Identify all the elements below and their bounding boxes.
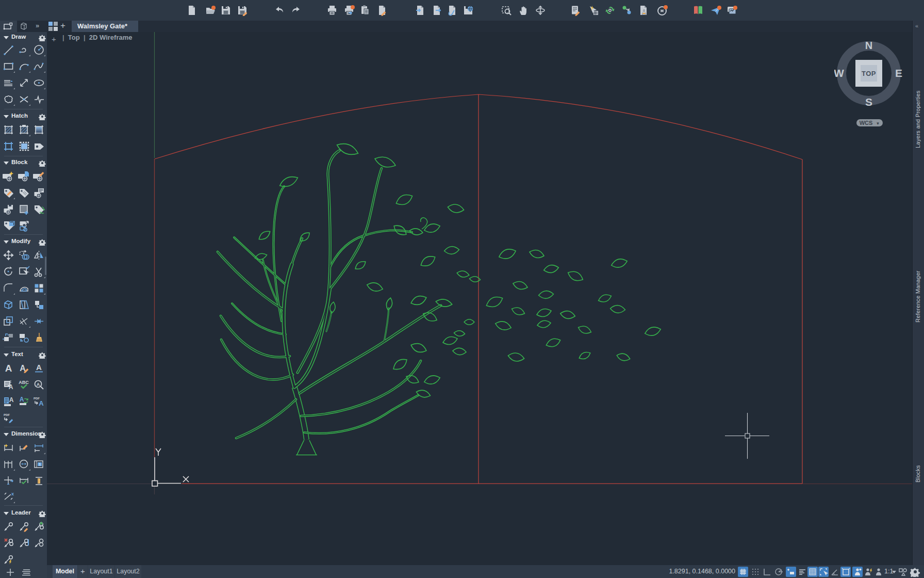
svg-text:A: A bbox=[36, 363, 42, 372]
svg-text:x: x bbox=[11, 491, 14, 496]
svg-text:A: A bbox=[37, 382, 40, 387]
svg-text:ABC: ABC bbox=[19, 380, 29, 385]
svg-text:A: A bbox=[5, 363, 12, 374]
svg-text:A: A bbox=[39, 399, 44, 407]
svg-text:S: S bbox=[865, 96, 872, 108]
svg-text:A: A bbox=[9, 396, 14, 404]
svg-text:1: 1 bbox=[39, 462, 41, 466]
svg-text:PDF: PDF bbox=[4, 413, 10, 416]
svg-text:TOP: TOP bbox=[862, 70, 876, 77]
svg-text:N: N bbox=[865, 40, 872, 51]
svg-text:W: W bbox=[834, 67, 844, 79]
svg-text:E: E bbox=[895, 67, 902, 79]
svg-text:A: A bbox=[9, 383, 13, 391]
svg-text:A: A bbox=[20, 396, 24, 403]
